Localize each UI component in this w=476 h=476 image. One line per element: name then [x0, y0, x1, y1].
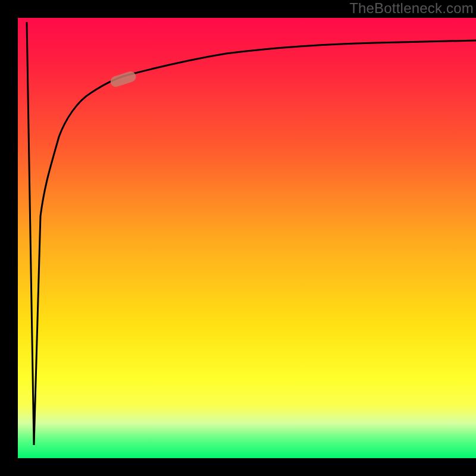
plot-area [18, 18, 476, 458]
svg-rect-0 [109, 70, 137, 89]
bottleneck-curve [27, 22, 476, 445]
chart-frame: TheBottleneck.com [0, 0, 476, 476]
curve-marker [109, 70, 137, 89]
curve-layer [18, 18, 476, 458]
watermark-text: TheBottleneck.com [349, 0, 474, 17]
